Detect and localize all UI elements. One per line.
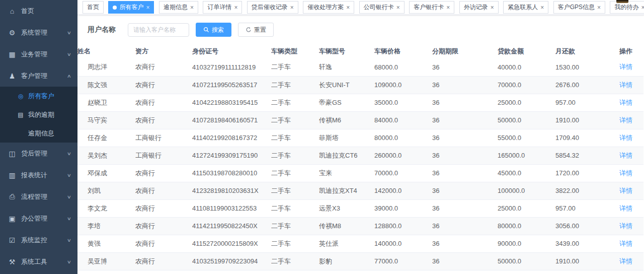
cell-monthly-payment: 957.00 bbox=[555, 199, 615, 217]
sidebar-menu-item[interactable]: ☑ 系统监控 ∨ bbox=[0, 229, 77, 251]
sidebar-menu-item[interactable]: ⚒ 系统工具 ∨ bbox=[0, 251, 77, 272]
view-tab[interactable]: 外访记录 × bbox=[459, 1, 499, 14]
cell-funder: 农商行 bbox=[135, 111, 192, 129]
view-tab[interactable]: 催收处理方案 × bbox=[303, 1, 354, 14]
detail-link[interactable]: 详情 bbox=[619, 257, 632, 265]
tab-label: 公司银行卡 bbox=[364, 3, 394, 12]
tab-close-icon[interactable]: × bbox=[597, 5, 601, 11]
cell-id-number: 410327199111112819 bbox=[192, 58, 271, 76]
detail-link[interactable]: 详情 bbox=[619, 187, 632, 194]
column-header: 车辆类型 bbox=[271, 44, 319, 58]
sidebar-item-label: 系统管理 bbox=[21, 28, 47, 37]
detail-link[interactable]: 详情 bbox=[619, 116, 632, 124]
cell-loan-amount bbox=[498, 270, 555, 274]
cell-vehicle-type: 二手车 bbox=[271, 164, 319, 182]
detail-link[interactable]: 详情 bbox=[619, 99, 632, 106]
view-tab[interactable]: 订单详情 × bbox=[203, 1, 242, 14]
detail-link[interactable]: 详情 bbox=[619, 204, 632, 212]
column-header: 车辆型号 bbox=[319, 44, 374, 58]
submenu-icon: ◎ bbox=[17, 93, 25, 100]
view-tab[interactable]: 紧急联系人 × bbox=[503, 1, 548, 14]
tab-close-icon[interactable]: × bbox=[146, 5, 149, 11]
table-row: 陈文强 农商行 410721199505263517 二手车 长安UNI-T 1… bbox=[77, 76, 643, 94]
sidebar-menu-item[interactable]: ♟ 客户管理 ∧ bbox=[0, 65, 77, 87]
chevron-icon: ∨ bbox=[67, 194, 71, 199]
sidebar-item-label: 客户管理 bbox=[21, 72, 47, 81]
tab-close-icon[interactable]: × bbox=[446, 5, 450, 11]
chevron-icon: ∨ bbox=[67, 173, 71, 178]
sidebar-submenu-item[interactable]: 逾期信息 bbox=[0, 124, 77, 143]
cell-actions: 详情 bbox=[615, 270, 643, 274]
cell-name: 周志洋 bbox=[77, 58, 135, 76]
chevron-icon: ∨ bbox=[67, 259, 71, 264]
sidebar-submenu: ◎ 所有客户 ▤ 我的逾期 逾期信息 bbox=[0, 87, 77, 143]
tab-close-icon[interactable]: × bbox=[491, 5, 494, 11]
sidebar-item-label: 流程管理 bbox=[21, 192, 47, 201]
sidebar-menu-item[interactable]: ⌂ 首页 bbox=[0, 0, 77, 22]
cell-actions: 详情 bbox=[615, 235, 643, 252]
sidebar-menu-item[interactable]: ⚙ 系统管理 ∨ bbox=[0, 22, 77, 43]
sidebar-bottom-menu: ◫ 贷后管理 ∨ ▥ 报表统计 ∨ ⎙ 流程管理 ∨ ▣ bbox=[0, 143, 77, 272]
cell-vehicle-type: 二手车 bbox=[271, 252, 319, 270]
customer-name-input[interactable] bbox=[128, 23, 189, 37]
menu-icon: ▣ bbox=[8, 215, 17, 223]
cell-vehicle-type: 二手车 bbox=[271, 199, 319, 217]
cell-vehicle-price: 80000.0 bbox=[374, 129, 432, 147]
cell-id-number: 411081199003122553 bbox=[192, 199, 271, 217]
detail-link[interactable]: 详情 bbox=[619, 169, 632, 177]
sidebar-menu-item[interactable]: ▣ 办公管理 ∨ bbox=[0, 208, 77, 229]
avatar[interactable] bbox=[616, 0, 628, 3]
tab-close-icon[interactable]: × bbox=[190, 5, 194, 11]
detail-link[interactable]: 详情 bbox=[619, 134, 632, 142]
tab-close-icon[interactable]: × bbox=[641, 5, 644, 11]
cell-vehicle-type: 二手车 bbox=[271, 58, 319, 76]
cell-term: 36 bbox=[432, 147, 498, 164]
sidebar-submenu-item[interactable]: ◎ 所有客户 bbox=[0, 87, 77, 105]
detail-link[interactable]: 详情 bbox=[619, 152, 632, 159]
detail-link[interactable]: 详情 bbox=[619, 240, 632, 247]
detail-link[interactable]: 详情 bbox=[619, 222, 632, 230]
tabbar: 首页 所有客户 × 逾期信息 × 订单详情 bbox=[77, 0, 644, 15]
cell-name: 任存金 bbox=[77, 129, 135, 147]
sidebar-menu-item[interactable]: ▥ 报表统计 ∨ bbox=[0, 164, 77, 186]
sidebar-menu-item[interactable]: ◫ 贷后管理 ∨ bbox=[0, 143, 77, 164]
view-tab[interactable]: 所有客户 × bbox=[108, 1, 154, 14]
tab-label: 紧急联系人 bbox=[508, 3, 538, 12]
view-tab[interactable]: 首页 bbox=[83, 1, 104, 14]
sidebar-top-menu: ⌂ 首页 ⚙ 系统管理 ∨ ▦ 业务管理 ∨ ♟ bbox=[0, 0, 77, 87]
cell-actions: 详情 bbox=[615, 217, 643, 235]
cell-name: 李文龙 bbox=[77, 199, 135, 217]
reset-button[interactable]: 重置 bbox=[238, 23, 274, 37]
cell-loan-amount: 25000.0 bbox=[498, 199, 555, 217]
view-tab[interactable]: 客户GPS信息 × bbox=[553, 1, 605, 14]
view-tab[interactable]: 贷后催收记录 × bbox=[247, 1, 298, 14]
view-tab[interactable]: 公司银行卡 × bbox=[359, 1, 405, 14]
submenu-icon: ▤ bbox=[17, 111, 25, 118]
cell-vehicle-price: 109000.0 bbox=[374, 76, 432, 94]
column-header: 车辆价格 bbox=[374, 44, 432, 58]
detail-link[interactable]: 详情 bbox=[619, 63, 632, 71]
view-tab[interactable]: 逾期信息 × bbox=[159, 1, 198, 14]
tab-close-icon[interactable]: × bbox=[290, 5, 294, 11]
cell-vehicle-type: 二手车 bbox=[271, 94, 319, 111]
sidebar-submenu-item[interactable]: ▤ 我的逾期 bbox=[0, 105, 77, 124]
sidebar-menu-item[interactable]: ▦ 业务管理 ∨ bbox=[0, 43, 77, 65]
tab-close-icon[interactable]: × bbox=[540, 5, 544, 11]
column-header: 姓名 bbox=[77, 44, 135, 58]
search-button[interactable]: 搜索 bbox=[196, 23, 231, 37]
cell-loan-amount: 50000.0 bbox=[498, 111, 555, 129]
sidebar-menu-item[interactable]: ⎙ 流程管理 ∨ bbox=[0, 186, 77, 208]
cell-vehicle-price: 68000.0 bbox=[374, 58, 432, 76]
tab-close-icon[interactable]: × bbox=[396, 5, 400, 11]
tab-label: 外访记录 bbox=[464, 3, 488, 12]
cell-id-number bbox=[192, 270, 271, 274]
detail-link[interactable]: 详情 bbox=[619, 81, 632, 89]
chevron-icon: ∨ bbox=[67, 151, 71, 156]
cell-name: 赵晓卫 bbox=[77, 94, 135, 111]
cell-vehicle-type: 二手车 bbox=[271, 270, 319, 274]
tab-close-icon[interactable]: × bbox=[346, 5, 350, 11]
cell-vehicle-price: 128800.0 bbox=[374, 217, 432, 235]
cell-funder: 农商行 bbox=[135, 76, 192, 94]
view-tab[interactable]: 客户银行卡 × bbox=[409, 1, 454, 14]
tab-close-icon[interactable]: × bbox=[234, 5, 237, 11]
